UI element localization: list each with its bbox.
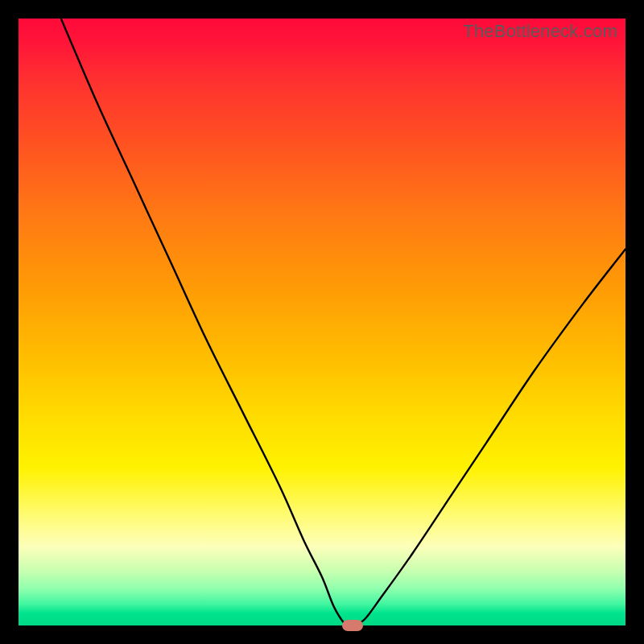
bottleneck-curve	[19, 19, 625, 625]
chart-frame: TheBottleneck.com	[0, 0, 644, 644]
optimal-marker	[342, 620, 363, 631]
curve-path	[61, 19, 625, 627]
plot-area: TheBottleneck.com	[19, 19, 625, 625]
